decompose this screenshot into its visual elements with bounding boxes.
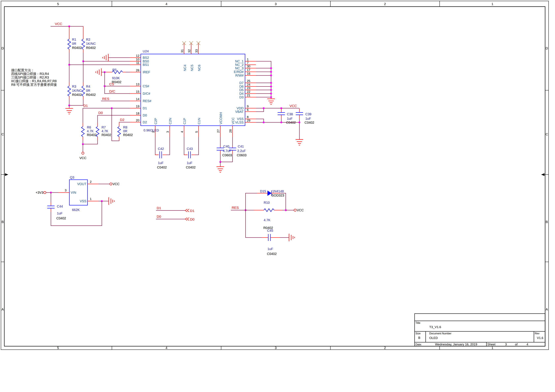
- u24-oled-ic: U24 0.96OLED 12 10 11 26 13 15 14 19 18 …: [130, 41, 256, 137]
- u24-bottom-pins: C2P C2N C1P C1N VCOMH VCC 2 3 4 5 27 28: [151, 112, 235, 137]
- r5-ref: R5: [112, 68, 117, 72]
- pin-num-7: 7: [247, 61, 249, 65]
- resistor-r2: R2 1K/NC R0402: [82, 26, 96, 53]
- bs-config-network: VCC R1 0R R0402 R2 1K/NC R0402 R3 1K/NC …: [51, 22, 130, 114]
- r4-footprint: R0402: [86, 93, 96, 96]
- titleblock-sheet-total: 4: [526, 343, 528, 346]
- ground-symbol: [217, 167, 224, 172]
- pin-name-nc4: NC4: [183, 65, 187, 71]
- c43-footprint: C0402: [186, 166, 196, 169]
- pin-name-iref: IREF: [143, 70, 150, 74]
- capacitor-c40: C40 4.7uF C0603: [217, 137, 232, 162]
- pin-name-nc6: NC6: [197, 65, 201, 71]
- zone-left-d: D: [1, 46, 4, 50]
- titleblock-size: B: [418, 336, 420, 340]
- titleblock-doc-label: Document Number: [429, 332, 452, 335]
- c39-value: 1uF: [305, 117, 311, 120]
- r3-ref: R3: [72, 85, 76, 88]
- pin-name-c1p: C1P: [183, 118, 186, 124]
- pin-num-14: 14: [136, 97, 139, 101]
- zone-left-b: B: [1, 220, 4, 224]
- pin-name-nc2: NC_2: [235, 63, 244, 67]
- pin-num-26: 26: [136, 69, 139, 72]
- right-side-power: VCC C38 1uF C0402 C39 1uF C0402: [256, 61, 314, 145]
- pin-num-29: 29: [247, 119, 250, 122]
- pin-num-25: 25: [247, 79, 250, 83]
- vcc-power-port: VCC: [80, 144, 86, 160]
- zone-bottom-4: 4: [165, 346, 167, 350]
- resistor-r3: R3 1K/NC R0402: [68, 82, 82, 100]
- interface-config-notes: 接口配置方法： 四线SPI接口焊接：R3,R4 三线SPI接口焊接：R2,R3 …: [11, 68, 57, 87]
- r4-ref: R4: [86, 85, 90, 88]
- pin-num-4: 4: [180, 131, 184, 133]
- u24-right-pins: [245, 61, 256, 122]
- r6-ref: R6: [87, 125, 91, 129]
- c43-ref: C43: [187, 147, 193, 151]
- r1-value: 0R: [72, 42, 76, 45]
- r3-value: 1K/NC: [72, 89, 82, 92]
- titleblock-rev: V1.6: [537, 336, 543, 340]
- offpage-chevron-icon: [185, 218, 189, 221]
- dc-net-label: D/C: [109, 89, 115, 93]
- note-line-3: 三线SPI接口焊接：R2,R3: [11, 76, 49, 79]
- d1-net-label: D1: [83, 104, 88, 108]
- r8-value: 0R: [123, 129, 127, 133]
- capacitor-c42: C42 1uF C0402: [155, 137, 170, 169]
- pin-name-d2: D2: [143, 120, 147, 124]
- q3-pin-num-1: 1: [90, 197, 92, 201]
- zone-bottom-1: 1: [491, 346, 493, 350]
- pin-num-5: 5: [195, 131, 198, 133]
- c44-value: 1uF: [57, 211, 62, 215]
- zone-top-4: 4: [165, 2, 167, 6]
- zone-right-a: A: [546, 307, 548, 311]
- zone-top-1: 1: [491, 2, 493, 6]
- schematic-sheet: 5 4 3 2 1 5 4 3 2 1 D C B A D C B A Titl…: [0, 0, 555, 392]
- capacitor-c38: C38 1uF C0402: [278, 109, 296, 124]
- zone-bottom-5: 5: [57, 346, 59, 350]
- zone-top-5: 5: [57, 2, 59, 6]
- zone-top-2: 2: [384, 2, 386, 6]
- pin-name-d0: D0: [143, 114, 147, 117]
- titleblock-size-label: Size: [416, 332, 421, 335]
- titleblock-sheet-number: 3: [505, 343, 507, 346]
- offpage-chevron-icon: [185, 209, 189, 212]
- resistor-r8: R8 0R R0402: [112, 108, 133, 141]
- pin-name-d5: D5: [239, 88, 244, 92]
- q3-value: 662K: [72, 208, 80, 212]
- d0-net-label: D0: [98, 111, 103, 115]
- pin-num-12: 12: [136, 54, 139, 58]
- q3-pin-num-3: 3: [65, 189, 66, 192]
- d2-net-label: D2: [120, 118, 124, 122]
- pin-num-17: 17: [247, 68, 250, 72]
- pin-num-30: 30: [247, 65, 250, 68]
- res-net-label-2: RES: [232, 206, 239, 210]
- d0-port: D0 D0: [156, 215, 194, 221]
- r4-value: 0R: [86, 89, 90, 92]
- pin-name-nc5: NC5: [190, 65, 194, 71]
- c41-footprint: C0603: [237, 153, 247, 157]
- d1-port-label: D1: [190, 209, 194, 213]
- r10-ref: R10: [264, 201, 270, 204]
- r3-footprint: R0402: [72, 93, 82, 96]
- pin-num-15: 15: [136, 90, 139, 93]
- pin-name-d1: D1: [143, 106, 147, 110]
- diode-d15: D15 1N4148 SOD323: [246, 189, 286, 210]
- note-line-5: R8 可不焊接,官方手册要求焊接: [11, 83, 57, 87]
- pin-name-vcomh: VCOMH: [219, 112, 223, 124]
- title-block: Title T3_V1.6 Size B Document Number OLE…: [415, 314, 545, 346]
- r7-ref: R7: [102, 125, 106, 129]
- q3-pin-vout: VOUT: [77, 182, 86, 186]
- ground-symbol: [267, 99, 275, 104]
- c42-footprint: C0402: [157, 166, 167, 169]
- pin-name-vcc: VCC: [231, 117, 235, 124]
- vcc-net-label-right: VCC: [290, 104, 297, 108]
- p3v3-port-label: +3V3: [36, 191, 43, 194]
- pin-name-d7: D7: [239, 81, 244, 85]
- r7-footprint: R0402: [102, 133, 111, 137]
- data-line-pullups: D1 D0 D2 R6 4.7K R0402 R7 4.7K R0402 R8 …: [80, 104, 133, 160]
- capacitor-c39: C39 1uF C0402: [296, 109, 314, 124]
- q3-vcc-port-label: VCC: [113, 182, 119, 186]
- capacitor-c43: C43 1uF C0402: [184, 137, 198, 169]
- ground-symbol: [289, 234, 295, 241]
- c43-value: 1uF: [187, 161, 192, 165]
